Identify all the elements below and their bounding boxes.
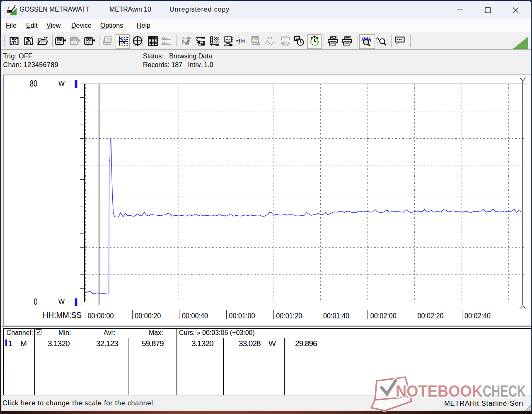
svg-text:CHECK: CHECK <box>483 383 526 400</box>
svg-text:00:02:20: 00:02:20 <box>417 311 443 320</box>
svg-text:00:00:20: 00:00:20 <box>135 311 161 320</box>
svg-text:W: W <box>58 298 65 306</box>
svg-text:00:01:40: 00:01:40 <box>323 311 349 320</box>
svg-text:80: 80 <box>30 78 37 89</box>
svg-text:NOTEBOOK: NOTEBOOK <box>396 383 483 400</box>
svg-text:0: 0 <box>34 296 38 307</box>
svg-text:00:00:00: 00:00:00 <box>88 311 114 320</box>
svg-text:00:01:20: 00:01:20 <box>276 311 302 320</box>
svg-text:00:01:00: 00:01:00 <box>229 311 255 320</box>
svg-text:00:00:40: 00:00:40 <box>182 311 208 320</box>
svg-text:00:02:40: 00:02:40 <box>464 311 491 320</box>
svg-text:00:02:00: 00:02:00 <box>370 311 397 320</box>
svg-text:HH:MM:SS: HH:MM:SS <box>43 310 82 320</box>
svg-text:W: W <box>58 79 65 88</box>
